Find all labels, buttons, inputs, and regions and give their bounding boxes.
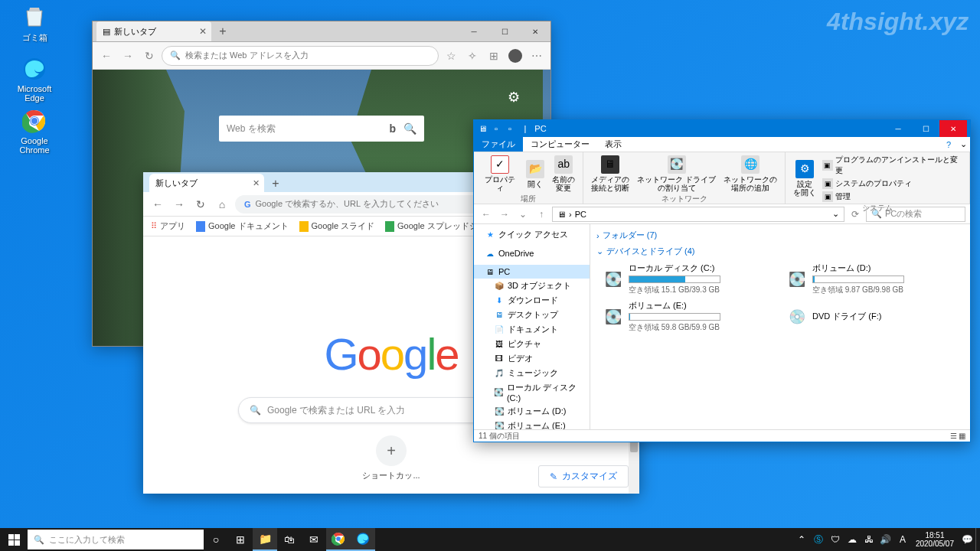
- view-tiles-icon[interactable]: ▦: [959, 432, 965, 440]
- minimize-button[interactable]: ─: [884, 120, 912, 137]
- forward-button[interactable]: →: [119, 47, 137, 65]
- section-devices[interactable]: ⌄デバイスとドライブ (4): [596, 243, 964, 259]
- profile-icon[interactable]: [506, 47, 524, 65]
- tray-overflow-icon[interactable]: ⌃: [793, 528, 810, 551]
- edge-tab[interactable]: ▤ 新しいタブ ✕: [96, 21, 211, 41]
- tree-pictures[interactable]: 🖼ピクチャ: [474, 337, 590, 351]
- start-button[interactable]: [0, 528, 28, 551]
- ribbon-media[interactable]: 🖥メディアの 接続と切断: [588, 154, 632, 194]
- tree-videos[interactable]: 🎞ビデオ: [474, 351, 590, 366]
- taskbar-explorer[interactable]: 📁: [253, 528, 277, 551]
- show-desktop-button[interactable]: [975, 528, 980, 551]
- desktop-icon-recycle-bin[interactable]: ゴミ箱: [8, 3, 61, 44]
- taskbar-mail[interactable]: ✉: [302, 528, 326, 551]
- search-icon[interactable]: 🔍: [403, 122, 416, 135]
- tree-local-disk-c[interactable]: 💽ローカル ディスク (C:): [474, 380, 590, 404]
- back-button[interactable]: ←: [97, 47, 116, 65]
- qat-icon[interactable]: ▫: [491, 123, 501, 134]
- ribbon-rename[interactable]: ab名前の 変更: [549, 154, 578, 194]
- view-details-icon[interactable]: ☰: [950, 432, 957, 440]
- tray-ime-icon[interactable]: A: [894, 528, 911, 551]
- gear-icon[interactable]: ⚙: [508, 89, 520, 106]
- minimize-button[interactable]: ─: [459, 21, 489, 42]
- ribbon-tab-computer[interactable]: コンピューター: [523, 137, 597, 152]
- tree-downloads[interactable]: ⬇ダウンロード: [474, 293, 590, 308]
- close-tab-icon[interactable]: ✕: [253, 178, 260, 188]
- ribbon-add-network[interactable]: 🌐ネットワークの 場所の追加: [720, 154, 780, 194]
- tray-onedrive-icon[interactable]: ☁: [844, 528, 861, 551]
- ribbon-properties[interactable]: ✓プロパティ: [479, 154, 521, 194]
- bookmark-slides[interactable]: Google スライド: [299, 220, 375, 232]
- ribbon-map-drive[interactable]: 💽ネットワーク ドライブ の割り当て: [634, 154, 719, 194]
- taskbar-search[interactable]: 🔍 ここに入力して検索: [28, 530, 204, 549]
- bookmark-docs[interactable]: Google ドキュメント: [196, 220, 289, 232]
- up-button[interactable]: ↑: [534, 207, 549, 222]
- forward-button[interactable]: →: [171, 196, 188, 213]
- task-view-button[interactable]: ⊞: [228, 528, 253, 551]
- collections-icon[interactable]: ⊞: [485, 47, 503, 65]
- explorer-search[interactable]: 🔍PCの検索: [866, 207, 965, 222]
- edge-ntp-search[interactable]: Web を検索 b 🔍: [219, 116, 424, 142]
- favorites-bar-icon[interactable]: ✧: [463, 47, 482, 65]
- new-tab-button[interactable]: +: [267, 175, 284, 192]
- forward-button[interactable]: →: [497, 207, 512, 222]
- ribbon-tab-view[interactable]: 表示: [597, 137, 629, 152]
- tree-pc[interactable]: 🖥PC: [474, 265, 590, 279]
- taskbar-store[interactable]: 🛍: [277, 528, 302, 551]
- close-tab-icon[interactable]: ✕: [199, 26, 207, 37]
- chevron-down-icon[interactable]: ⌄: [832, 209, 839, 219]
- refresh-button[interactable]: ⟳: [848, 207, 863, 222]
- tree-volume-e[interactable]: 💽ボリューム (E:): [474, 419, 590, 429]
- drive-f-dvd[interactable]: 💿 DVD ドライブ (F:): [786, 300, 955, 333]
- taskbar-chrome[interactable]: [326, 528, 351, 551]
- ribbon-open[interactable]: 📂開く: [523, 158, 547, 190]
- cortana-button[interactable]: ○: [204, 528, 228, 551]
- ribbon-uninstall[interactable]: ▣プログラムのアンインストールと変更: [821, 154, 965, 177]
- tree-quick-access[interactable]: ★クイック アクセス: [474, 227, 590, 242]
- section-folders[interactable]: ›フォルダー (7): [596, 227, 964, 243]
- edge-address-bar[interactable]: 🔍 検索または Web アドレスを入力: [162, 46, 439, 66]
- tree-documents[interactable]: 📄ドキュメント: [474, 322, 590, 337]
- ribbon-manage[interactable]: ▣管理: [821, 191, 965, 203]
- tree-onedrive[interactable]: ☁OneDrive: [474, 246, 590, 260]
- action-center-icon[interactable]: 💬: [959, 528, 975, 551]
- tree-music[interactable]: 🎵ミュージック: [474, 366, 590, 380]
- qat-icon[interactable]: ▫: [505, 123, 515, 134]
- help-icon[interactable]: ?: [941, 137, 956, 152]
- tree-volume-d[interactable]: 💽ボリューム (D:): [474, 404, 590, 419]
- apps-button[interactable]: ⠿アプリ: [151, 220, 185, 232]
- back-button[interactable]: ←: [149, 196, 166, 213]
- new-tab-button[interactable]: +: [214, 23, 231, 40]
- taskbar-clock[interactable]: 18:51 2020/05/07: [911, 531, 959, 548]
- close-button[interactable]: ✕: [520, 21, 550, 42]
- refresh-button[interactable]: ↻: [192, 196, 209, 213]
- ribbon-settings[interactable]: ⚙設定 を開く: [790, 158, 819, 198]
- desktop-icon-edge[interactable]: Microsoft Edge: [8, 55, 61, 103]
- tray-volume-icon[interactable]: 🔊: [877, 528, 894, 551]
- home-button[interactable]: ⌂: [214, 196, 230, 213]
- drive-e[interactable]: 💽 ボリューム (E:) 空き領域 59.8 GB/59.9 GB: [603, 300, 771, 333]
- back-button[interactable]: ←: [479, 207, 494, 222]
- taskbar-edge[interactable]: [351, 528, 375, 551]
- drive-c[interactable]: 💽 ローカル ディスク (C:) 空き領域 15.1 GB/39.3 GB: [603, 262, 771, 295]
- refresh-button[interactable]: ↻: [140, 47, 158, 65]
- menu-icon[interactable]: ⋯: [528, 47, 546, 65]
- add-shortcut-button[interactable]: +: [376, 435, 407, 466]
- ribbon-system-properties[interactable]: ▣システムのプロパティ: [821, 178, 965, 190]
- chrome-tab[interactable]: 新しいタブ ✕: [149, 174, 264, 192]
- favorite-icon[interactable]: ☆: [442, 47, 460, 65]
- close-button[interactable]: ✕: [939, 120, 967, 137]
- ribbon-tab-file[interactable]: ファイル: [474, 137, 523, 152]
- tray-network-icon[interactable]: 🖧: [861, 528, 877, 551]
- customize-button[interactable]: ✎カスタマイズ: [538, 465, 629, 487]
- desktop-icon-chrome[interactable]: Google Chrome: [8, 107, 61, 155]
- tray-defender-icon[interactable]: 🛡: [827, 528, 844, 551]
- recent-dropdown[interactable]: ⌄: [515, 207, 531, 222]
- tree-desktop[interactable]: 🖥デスクトップ: [474, 308, 590, 322]
- tray-skype-icon[interactable]: Ⓢ: [810, 528, 827, 551]
- tree-3d-objects[interactable]: 📦3D オブジェクト: [474, 279, 590, 293]
- ribbon-collapse-icon[interactable]: ⌄: [956, 137, 970, 152]
- maximize-button[interactable]: ☐: [489, 21, 520, 42]
- drive-d[interactable]: 💽 ボリューム (D:) 空き領域 9.87 GB/9.98 GB: [786, 262, 955, 295]
- breadcrumb[interactable]: 🖥›PC⌄: [552, 207, 844, 222]
